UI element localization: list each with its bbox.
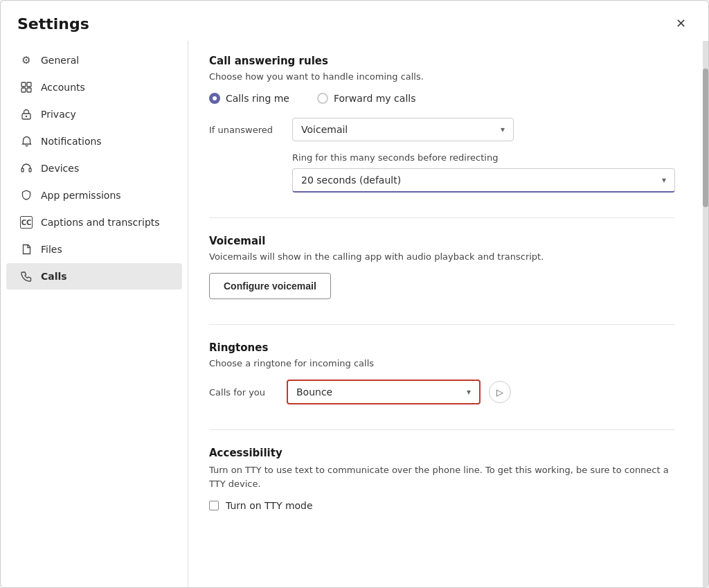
lock-icon xyxy=(20,108,33,121)
bell-icon xyxy=(20,135,33,148)
radio-calls-ring[interactable]: Calls ring me xyxy=(209,93,289,104)
sidebar-item-devices[interactable]: Devices xyxy=(6,155,182,181)
voicemail-section: Voicemail Voicemails will show in the ca… xyxy=(209,235,675,299)
sidebar-label-files: Files xyxy=(41,244,62,255)
tty-checkbox[interactable] xyxy=(209,501,219,510)
sidebar-item-calls[interactable]: Calls xyxy=(6,263,182,289)
sidebar-label-app-permissions: App permissions xyxy=(41,190,121,201)
sidebar-item-accounts[interactable]: Accounts xyxy=(6,74,182,100)
sidebar-label-devices: Devices xyxy=(41,163,79,174)
sidebar-item-captions[interactable]: CC Captions and transcripts xyxy=(6,209,182,235)
sidebar-item-files[interactable]: Files xyxy=(6,236,182,262)
file-icon xyxy=(20,243,33,256)
headset-icon xyxy=(20,162,33,175)
window-title: Settings xyxy=(17,15,89,33)
play-ringtone-button[interactable]: ▷ xyxy=(489,381,511,403)
main-panel: Call answering rules Choose how you want… xyxy=(188,41,703,587)
svg-rect-3 xyxy=(27,88,31,92)
sidebar-label-accounts: Accounts xyxy=(41,82,85,93)
call-answering-section: Call answering rules Choose how you want… xyxy=(209,55,675,193)
sidebar-item-app-permissions[interactable]: App permissions xyxy=(6,182,182,208)
sidebar-label-privacy: Privacy xyxy=(41,109,76,120)
sidebar: ⚙ General Accounts xyxy=(1,41,188,587)
radio-forward-indicator xyxy=(317,93,328,104)
sidebar-label-calls: Calls xyxy=(41,271,67,282)
radio-group: Calls ring me Forward my calls xyxy=(209,93,675,104)
svg-rect-7 xyxy=(29,168,31,172)
ring-seconds-value: 20 seconds (default) xyxy=(301,175,401,186)
shield-icon xyxy=(20,189,33,202)
scrollbar-track[interactable] xyxy=(703,41,708,587)
sidebar-item-privacy[interactable]: Privacy xyxy=(6,101,182,127)
sidebar-label-notifications: Notifications xyxy=(41,136,102,147)
tty-checkbox-row[interactable]: Turn on TTY mode xyxy=(209,500,675,511)
if-unanswered-dropdown[interactable]: Voicemail ▾ xyxy=(292,118,514,141)
svg-point-5 xyxy=(26,116,27,117)
ring-seconds-dropdown[interactable]: 20 seconds (default) ▾ xyxy=(292,168,675,193)
sidebar-label-captions: Captions and transcripts xyxy=(41,217,160,228)
divider-2 xyxy=(209,324,675,325)
accounts-icon xyxy=(20,81,33,93)
svg-rect-0 xyxy=(21,82,26,87)
sidebar-item-notifications[interactable]: Notifications xyxy=(6,128,182,154)
sidebar-item-general[interactable]: ⚙ General xyxy=(6,47,182,73)
svg-rect-1 xyxy=(27,82,31,87)
ringtones-title: Ringtones xyxy=(209,341,675,354)
if-unanswered-value: Voicemail xyxy=(301,124,348,135)
tty-desc: Turn on TTY to use text to communicate o… xyxy=(209,463,675,490)
calls-for-you-row: Calls for you Bounce ▾ ▷ xyxy=(209,380,675,404)
phone-icon xyxy=(20,270,33,283)
voicemail-title: Voicemail xyxy=(209,235,675,247)
gear-icon: ⚙ xyxy=(20,54,33,66)
divider-3 xyxy=(209,429,675,430)
ringtones-section: Ringtones Choose a ringtone for incoming… xyxy=(209,341,675,404)
accessibility-title: Accessibility xyxy=(209,447,675,459)
ringtones-desc: Choose a ringtone for incoming calls xyxy=(209,358,675,368)
settings-window: Settings ✕ ⚙ General Accounts xyxy=(0,0,709,588)
ringtone-value: Bounce xyxy=(296,386,332,398)
divider-1 xyxy=(209,217,675,218)
ring-seconds-label: Ring for this many seconds before redire… xyxy=(292,152,675,163)
calls-for-you-label: Calls for you xyxy=(209,387,278,398)
configure-voicemail-button[interactable]: Configure voicemail xyxy=(209,273,331,299)
if-unanswered-row: If unanswered Voicemail ▾ xyxy=(209,118,675,141)
sidebar-label-general: General xyxy=(41,55,79,66)
accessibility-section: Accessibility Turn on TTY to use text to… xyxy=(209,447,675,511)
radio-forward-label: Forward my calls xyxy=(334,93,415,104)
chevron-down-icon-2: ▾ xyxy=(662,175,666,185)
scrollbar-thumb[interactable] xyxy=(703,69,708,207)
radio-calls-ring-indicator xyxy=(209,93,220,104)
call-answering-desc: Choose how you want to handle incoming c… xyxy=(209,71,675,82)
play-icon: ▷ xyxy=(496,387,503,398)
chevron-down-icon-3: ▾ xyxy=(467,387,471,397)
svg-rect-6 xyxy=(21,168,24,172)
ringtone-dropdown[interactable]: Bounce ▾ xyxy=(287,380,481,404)
call-answering-title: Call answering rules xyxy=(209,55,675,67)
captions-icon: CC xyxy=(20,216,33,229)
voicemail-desc: Voicemails will show in the calling app … xyxy=(209,251,675,262)
ring-seconds-container: Ring for this many seconds before redire… xyxy=(292,152,675,193)
radio-calls-ring-label: Calls ring me xyxy=(226,93,289,104)
if-unanswered-label: If unanswered xyxy=(209,125,278,135)
chevron-down-icon: ▾ xyxy=(501,125,505,134)
content-area: ⚙ General Accounts xyxy=(1,41,708,587)
title-bar: Settings ✕ xyxy=(1,1,708,41)
tty-checkbox-label: Turn on TTY mode xyxy=(226,500,313,511)
radio-forward[interactable]: Forward my calls xyxy=(317,93,415,104)
svg-rect-2 xyxy=(21,88,26,92)
close-button[interactable]: ✕ xyxy=(670,13,692,34)
